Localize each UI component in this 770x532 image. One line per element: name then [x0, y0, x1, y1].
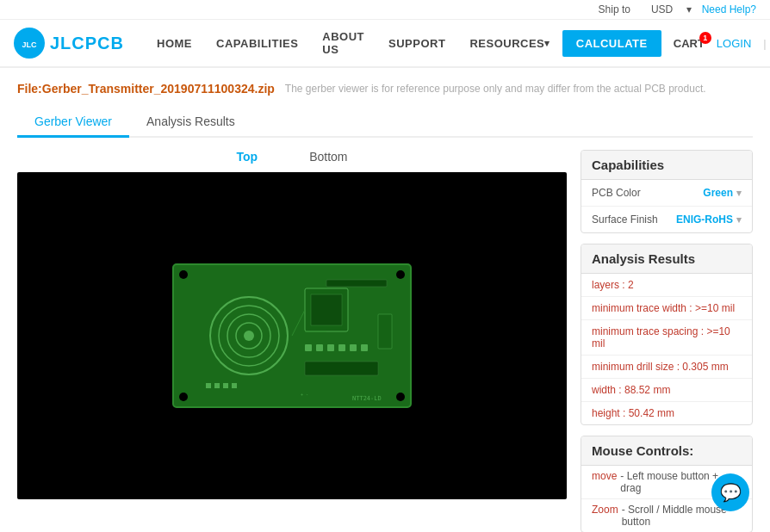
capabilities-title: Capabilities — [581, 151, 752, 180]
analysis-item: minimum drill size : 0.305 mm — [581, 356, 752, 379]
tabs: Gerber Viewer Analysis Results — [17, 108, 753, 138]
viewer-section: Top Bottom — [17, 150, 567, 532]
nav-links: HOME CAPABILITIES ABOUT US SUPPORT RESOU… — [145, 19, 562, 67]
view-toggle: Top Bottom — [17, 150, 567, 164]
chat-button[interactable]: 💬 — [711, 473, 749, 511]
svg-rect-18 — [338, 344, 345, 351]
surface-finish-row: Surface Finish ENIG-RoHS ▾ — [581, 207, 752, 232]
svg-point-4 — [396, 270, 405, 279]
logo[interactable]: JLC JLCPCB — [14, 28, 124, 59]
svg-rect-16 — [316, 344, 323, 351]
logo-icon: JLC — [14, 28, 45, 59]
analysis-item: height : 50.42 mm — [581, 402, 752, 424]
svg-rect-24 — [223, 383, 228, 388]
svg-text:+ -: + - — [301, 392, 308, 397]
nav-divider: | — [763, 37, 766, 50]
navbar: JLC JLCPCB HOME CAPABILITIES ABOUT US SU… — [0, 20, 770, 68]
svg-rect-22 — [206, 383, 211, 388]
nav-home[interactable]: HOME — [145, 19, 204, 67]
top-bar: Ship to USD ▾ Need Help? — [0, 0, 770, 20]
svg-point-11 — [244, 331, 254, 341]
cart-badge: 1 — [699, 32, 711, 44]
analysis-title: Analysis Results — [581, 244, 752, 274]
analysis-item: width : 88.52 mm — [581, 379, 752, 402]
pcb-color-value[interactable]: Green ▾ — [703, 187, 742, 199]
nav-capabilities[interactable]: CAPABILITIES — [204, 19, 310, 67]
analysis-panel: Analysis Results layers : 2minimum trace… — [581, 244, 753, 425]
nav-support[interactable]: SUPPORT — [376, 19, 457, 67]
svg-rect-23 — [214, 383, 220, 388]
analysis-item: layers : 2 — [581, 274, 752, 297]
svg-text:NTT24-LD: NTT24-LD — [352, 395, 382, 402]
nav-about-us[interactable]: ABOUT US — [310, 19, 376, 67]
main-area: Top Bottom — [17, 150, 753, 532]
chat-icon: 💬 — [720, 482, 742, 503]
svg-rect-30 — [378, 314, 392, 349]
ship-to-label: Ship to — [599, 3, 630, 15]
svg-point-3 — [179, 270, 188, 279]
mouse-controls-title: Mouse Controls: — [581, 436, 752, 466]
tab-analysis[interactable]: Analysis Results — [129, 108, 252, 138]
pcb-canvas[interactable]: NTT24-LD + - — [17, 172, 567, 499]
logo-text: JLCPCB — [50, 34, 124, 53]
mouse-action: Zoom — [592, 504, 618, 528]
pcb-color-row: PCB Color Green ▾ — [581, 180, 752, 207]
view-top-button[interactable]: Top — [237, 150, 258, 164]
svg-rect-20 — [361, 344, 368, 351]
svg-rect-19 — [350, 344, 357, 351]
file-note: The gerber viewer is for reference purpo… — [285, 83, 706, 95]
svg-rect-21 — [305, 362, 378, 375]
nav-resources[interactable]: RESOURCES — [457, 19, 562, 67]
page-content: File:Gerber_Transmitter_20190711100324.z… — [0, 68, 770, 532]
svg-rect-14 — [326, 280, 387, 287]
currency-selector[interactable]: USD ▾ — [641, 3, 692, 15]
svg-point-5 — [179, 393, 188, 401]
pcb-svg: NTT24-LD + - — [171, 263, 413, 409]
surface-finish-label: Surface Finish — [592, 213, 658, 226]
analysis-item: minimum trace spacing : >=10 mil — [581, 320, 752, 356]
capabilities-panel: Capabilities PCB Color Green ▾ Surface F… — [581, 150, 753, 233]
tab-gerber[interactable]: Gerber Viewer — [17, 108, 129, 138]
analysis-item: minimum trace width : >=10 mil — [581, 297, 752, 320]
analysis-items-container: layers : 2minimum trace width : >=10 mil… — [581, 274, 752, 424]
view-bottom-button[interactable]: Bottom — [309, 150, 347, 164]
surface-finish-dropdown-icon: ▾ — [736, 214, 742, 226]
cart-button[interactable]: CART 1 — [674, 37, 705, 50]
svg-rect-17 — [327, 344, 334, 351]
svg-rect-13 — [311, 294, 342, 325]
calculate-button[interactable]: CALCULATE — [562, 30, 661, 57]
pcb-color-dropdown-icon: ▾ — [736, 188, 742, 199]
need-help-link[interactable]: Need Help? — [702, 3, 756, 15]
surface-finish-value[interactable]: ENIG-RoHS ▾ — [676, 213, 742, 226]
file-name: File:Gerber_Transmitter_20190711100324.z… — [17, 82, 275, 96]
svg-point-6 — [396, 393, 405, 401]
mouse-action: move — [592, 470, 617, 494]
svg-rect-25 — [232, 383, 237, 388]
file-info: File:Gerber_Transmitter_20190711100324.z… — [17, 82, 753, 96]
login-button[interactable]: LOGIN — [717, 37, 751, 50]
nav-right: CALCULATE CART 1 LOGIN | REGISTER — [562, 30, 770, 57]
svg-rect-15 — [305, 344, 312, 351]
svg-text:JLC: JLC — [22, 40, 37, 49]
pcb-color-label: PCB Color — [592, 187, 641, 199]
